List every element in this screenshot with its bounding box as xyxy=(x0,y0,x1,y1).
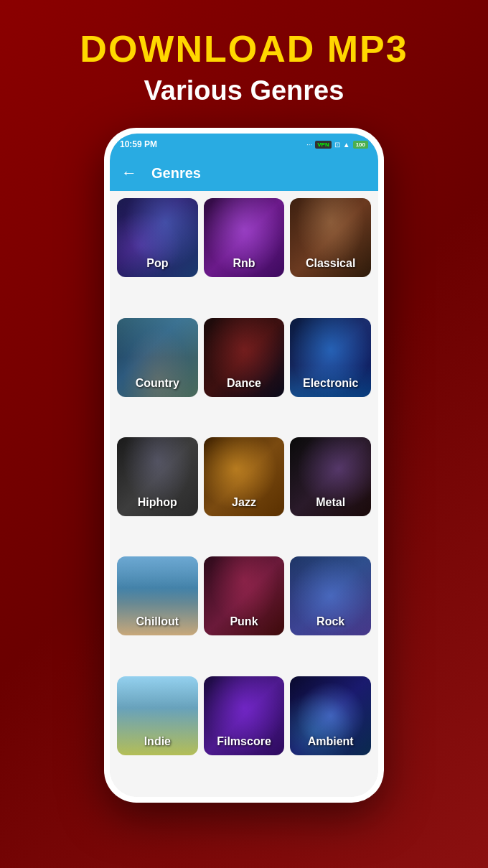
battery-badge: 100 xyxy=(353,141,368,149)
genre-label-hiphop: Hiphop xyxy=(117,496,198,509)
genre-label-classical: Classical xyxy=(290,257,371,270)
genre-label-jazz: Jazz xyxy=(204,496,285,509)
genre-card-ambient[interactable]: Ambient xyxy=(290,676,371,755)
genre-card-punk[interactable]: Punk xyxy=(204,556,285,635)
genre-label-rock: Rock xyxy=(290,615,371,628)
wifi-icon: ▲ xyxy=(343,141,350,149)
status-time: 10:59 PM xyxy=(120,139,157,149)
genre-card-electronic[interactable]: Electronic xyxy=(290,318,371,397)
genre-label-electronic: Electronic xyxy=(290,377,371,390)
genre-card-rock[interactable]: Rock xyxy=(290,556,371,635)
status-bar: 10:59 PM ··· VPN ⊡ ▲ 100 xyxy=(110,134,378,155)
genre-card-indie[interactable]: Indie xyxy=(117,676,198,755)
genre-card-metal[interactable]: Metal xyxy=(290,437,371,516)
genre-label-punk: Punk xyxy=(204,615,285,628)
phone-screen: 10:59 PM ··· VPN ⊡ ▲ 100 ← Genres PopRnb… xyxy=(110,134,378,797)
genre-card-hiphop[interactable]: Hiphop xyxy=(117,437,198,516)
app-header-section: DOWNLOAD MP3 Various Genres xyxy=(80,29,408,106)
genre-card-dance[interactable]: Dance xyxy=(204,318,285,397)
genre-label-filmscore: Filmscore xyxy=(204,735,285,748)
phone-mockup: 10:59 PM ··· VPN ⊡ ▲ 100 ← Genres PopRnb… xyxy=(104,128,384,803)
screen-icon: ⊡ xyxy=(334,141,340,149)
genre-label-indie: Indie xyxy=(117,735,198,748)
app-toolbar: ← Genres xyxy=(110,155,378,191)
dots-icon: ··· xyxy=(306,141,312,149)
screen-title: Genres xyxy=(151,165,201,182)
genre-label-dance: Dance xyxy=(204,377,285,390)
genre-card-rnb[interactable]: Rnb xyxy=(204,198,285,277)
genre-label-rnb: Rnb xyxy=(204,257,285,270)
sub-title: Various Genres xyxy=(80,75,408,106)
back-button[interactable]: ← xyxy=(121,164,137,182)
genre-label-ambient: Ambient xyxy=(290,735,371,748)
genres-grid: PopRnbClassicalCountryDanceElectronicHip… xyxy=(110,191,378,797)
genre-label-metal: Metal xyxy=(290,496,371,509)
genre-card-country[interactable]: Country xyxy=(117,318,198,397)
genre-label-chillout: Chillout xyxy=(117,615,198,628)
vpn-badge: VPN xyxy=(315,141,331,149)
genre-card-chillout[interactable]: Chillout xyxy=(117,556,198,635)
genre-card-classical[interactable]: Classical xyxy=(290,198,371,277)
genre-card-jazz[interactable]: Jazz xyxy=(204,437,285,516)
status-icons: ··· VPN ⊡ ▲ 100 xyxy=(306,141,368,149)
main-title: DOWNLOAD MP3 xyxy=(80,29,408,70)
genre-label-pop: Pop xyxy=(117,257,198,270)
genre-label-country: Country xyxy=(117,377,198,390)
genre-card-pop[interactable]: Pop xyxy=(117,198,198,277)
genre-card-filmscore[interactable]: Filmscore xyxy=(204,676,285,755)
